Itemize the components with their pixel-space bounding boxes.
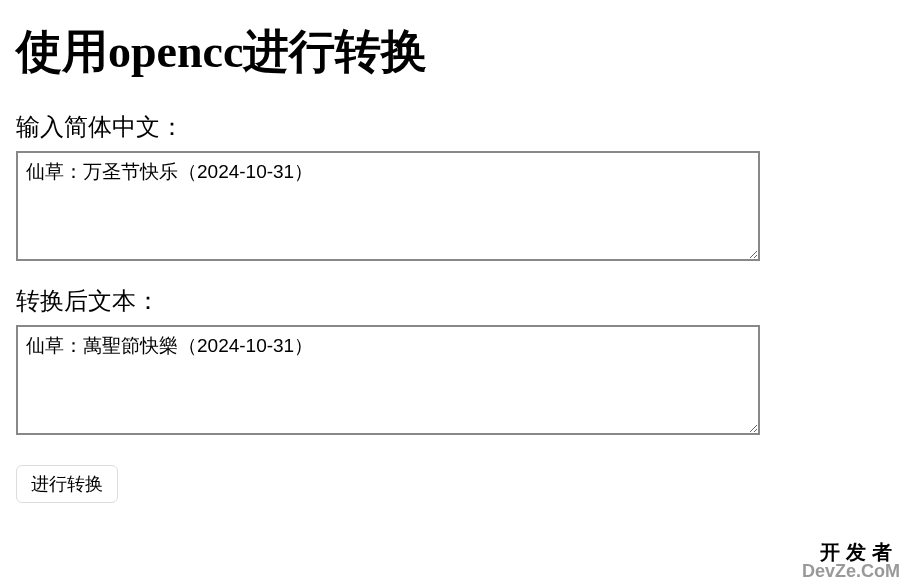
input-label: 输入简体中文：	[16, 111, 890, 143]
input-textarea[interactable]	[16, 151, 760, 261]
output-label: 转换后文本：	[16, 285, 890, 317]
page-title: 使用opencc进行转换	[16, 24, 890, 79]
input-group: 输入简体中文：	[16, 111, 890, 265]
output-group: 转换后文本：	[16, 285, 890, 439]
output-textarea[interactable]	[16, 325, 760, 435]
convert-button[interactable]: 进行转换	[16, 465, 118, 503]
